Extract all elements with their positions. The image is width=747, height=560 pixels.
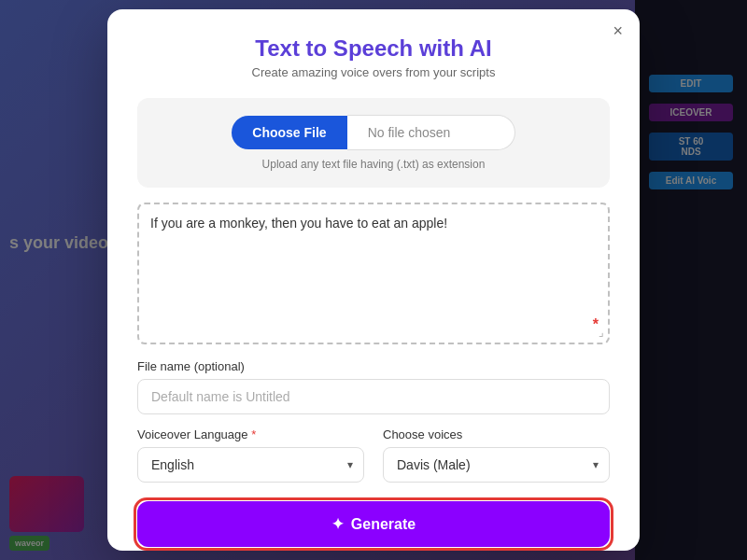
file-upload-hint: Upload any text file having (.txt) as ex… <box>262 158 486 171</box>
file-name-label: File name (optional) <box>137 359 610 373</box>
file-name-input[interactable] <box>137 379 610 414</box>
file-name-display: No file chosen <box>347 115 515 150</box>
script-text-area-wrapper: If you are a monkey, then you have to ea… <box>137 203 610 344</box>
voiceover-language-wrapper: English Spanish French German Hindi ▾ <box>137 447 364 483</box>
dropdowns-row: Voiceover Language * English Spanish Fre… <box>137 427 610 483</box>
choose-voices-group: Choose voices Davis (Male) Jenny (Female… <box>383 427 610 483</box>
choose-voices-select[interactable]: Davis (Male) Jenny (Female) Guy (Male) A… <box>383 447 610 483</box>
modal-subtitle: Create amazing voice overs from your scr… <box>137 65 610 79</box>
voiceover-language-select[interactable]: English Spanish French German Hindi <box>137 447 364 483</box>
voiceover-language-label: Voiceover Language * <box>137 427 364 441</box>
voiceover-language-group: Voiceover Language * English Spanish Fre… <box>137 427 364 483</box>
file-name-field: File name (optional) <box>137 359 610 414</box>
sparkle-icon: ✦ <box>331 515 344 533</box>
generate-button[interactable]: ✦ Generate <box>137 501 610 547</box>
close-button[interactable]: × <box>613 22 623 39</box>
modal-container: × Text to Speech with AI Create amazing … <box>107 9 640 551</box>
voiceover-required-star: * <box>251 427 256 441</box>
file-upload-area: Choose File No file chosen Upload any te… <box>137 98 610 188</box>
choose-voices-label: Choose voices <box>383 427 610 441</box>
script-textarea[interactable]: If you are a monkey, then you have to ea… <box>150 216 597 328</box>
modal-title: Text to Speech with AI <box>137 35 610 62</box>
choose-file-button[interactable]: Choose File <box>232 116 346 149</box>
modal-backdrop: × Text to Speech with AI Create amazing … <box>0 0 747 560</box>
resize-handle-icon: ⌟ <box>599 326 604 339</box>
choose-voices-wrapper: Davis (Male) Jenny (Female) Guy (Male) A… <box>383 447 610 483</box>
file-upload-row: Choose File No file chosen <box>232 115 514 150</box>
generate-button-wrapper: ✦ Generate <box>137 501 610 547</box>
generate-button-label: Generate <box>351 516 416 533</box>
